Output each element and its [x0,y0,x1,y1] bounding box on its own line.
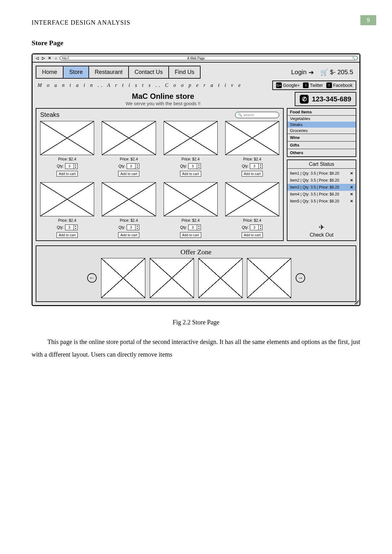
offer-prev-button[interactable]: ← [87,273,97,283]
add-to-cart-button[interactable]: Add to cart [57,232,78,238]
qty-stepper[interactable]: 3▲▼ [127,163,139,169]
offer-image-placeholder[interactable] [247,258,291,298]
product-image-placeholder[interactable] [102,121,156,155]
remove-item-button[interactable]: ✕ [350,178,353,183]
offer-image-placeholder[interactable] [150,258,194,298]
product-search-input[interactable]: 🔍 search [235,112,279,118]
add-to-cart-button[interactable]: Add to cart [118,171,139,177]
remove-item-button[interactable]: ✕ [350,199,353,203]
browser-chrome: A Web Page ◁ ▷ ✕ ⌂ http:// 🔍 [33,54,359,63]
checkout-icon[interactable]: ✈ [319,223,324,232]
social-googleplus[interactable]: G+Google+ [276,82,300,88]
resize-grip-icon[interactable] [354,300,359,304]
category-item-others[interactable]: Others [287,149,356,156]
qty-up-icon[interactable]: ▲ [259,225,262,227]
product-image-placeholder[interactable] [225,182,279,216]
back-icon[interactable]: ◁ [34,56,39,60]
product-image-placeholder[interactable] [164,121,218,155]
product-price: Price: $2.4 [181,218,199,223]
category-item-gifts[interactable]: Gifts [287,141,356,149]
product-card: Price: $2.4Qty:3▲▼Add to cart [102,182,156,238]
social-links: G+Google+tTwitterfFacebook [272,81,356,90]
qty-down-icon[interactable]: ▼ [197,227,201,230]
social-facebook[interactable]: fFacebook [326,82,353,88]
tab-home[interactable]: Home [36,66,63,78]
product-card: Price: $2.4Qty:3▲▼Add to cart [164,182,218,238]
category-item-steaks[interactable]: Steaks [287,122,356,128]
tab-find-us[interactable]: Find Us [169,66,200,78]
remove-item-button[interactable]: ✕ [350,171,353,176]
tab-restaurant[interactable]: Restaurant [89,66,129,78]
category-item-vegetables[interactable]: Vegetables [287,116,356,122]
store-page-mockup: A Web Page ◁ ▷ ✕ ⌂ http:// 🔍 HomeStoreRe… [32,53,360,306]
home-icon[interactable]: ⌂ [53,56,58,60]
qty-stepper[interactable]: 3▲▼ [188,163,201,169]
qty-down-icon[interactable]: ▼ [197,166,201,169]
qty-value: 3 [250,164,258,169]
offer-image-placeholder[interactable] [198,258,243,298]
add-to-cart-button[interactable]: Add to cart [180,232,201,238]
qty-stepper[interactable]: 3▲▼ [250,163,262,169]
store-subtitle: We serve you with the best goods !! [36,101,290,106]
product-image-placeholder[interactable] [40,182,94,216]
url-bar[interactable]: http:// 🔍 [60,56,358,60]
qty-down-icon[interactable]: ▼ [74,227,77,230]
social-badge-icon: t [303,82,309,88]
social-twitter[interactable]: tTwitter [303,82,323,88]
close-icon[interactable]: ✕ [47,56,52,60]
category-item-groceries[interactable]: Groceries [287,128,356,134]
checkout-button[interactable]: Check Out [310,232,334,238]
cart-row: Item5 | Qty: 3.5 | Price: $8.20✕ [287,198,356,205]
social-badge-icon: G+ [276,82,282,88]
page-number: 9 [360,15,376,25]
phone-number: 123-345-689 [312,95,351,103]
nav-tabs: HomeStoreRestaurantContact UsFind Us [36,66,201,79]
qty-up-icon[interactable]: ▲ [259,164,262,166]
category-item-wine[interactable]: Wine [287,134,356,141]
qty-label: Qty: [57,164,64,168]
category-sidebar: Food Items VegetablesSteaksGroceries Win… [287,108,356,157]
qty-stepper[interactable]: 3▲▼ [188,225,201,230]
add-to-cart-button[interactable]: Add to cart [180,171,201,177]
tab-contact-us[interactable]: Contact Us [129,66,169,78]
qty-up-icon[interactable]: ▲ [74,225,77,227]
offer-image-placeholder[interactable] [101,258,145,298]
qty-up-icon[interactable]: ▲ [197,225,201,227]
add-to-cart-button[interactable]: Add to cart [242,232,263,238]
forward-icon[interactable]: ▷ [41,56,46,60]
product-image-placeholder[interactable] [225,121,279,155]
add-to-cart-button[interactable]: Add to cart [118,232,139,238]
social-badge-icon: f [326,82,332,88]
product-image-placeholder[interactable] [164,182,218,216]
qty-up-icon[interactable]: ▲ [136,225,139,227]
qty-up-icon[interactable]: ▲ [136,164,139,166]
remove-item-button[interactable]: ✕ [350,185,353,190]
qty-down-icon[interactable]: ▼ [259,166,262,169]
qty-stepper[interactable]: 3▲▼ [65,225,78,230]
qty-down-icon[interactable]: ▼ [136,166,139,169]
qty-label: Qty: [180,225,187,230]
qty-stepper[interactable]: 3▲▼ [65,163,78,169]
qty-down-icon[interactable]: ▼ [259,227,262,230]
qty-stepper[interactable]: 3▲▼ [250,225,262,230]
qty-up-icon[interactable]: ▲ [74,164,77,166]
phone-icon: ✆ [300,95,309,104]
qty-up-icon[interactable]: ▲ [197,164,201,166]
cart-row-text: Item3 | Qty: 3.5 | Price: $8.20 [290,185,339,190]
product-image-placeholder[interactable] [102,182,156,216]
qty-down-icon[interactable]: ▼ [74,166,77,169]
add-to-cart-button[interactable]: Add to cart [57,171,78,177]
product-image-placeholder[interactable] [40,121,94,155]
cart-icon[interactable]: 🛒 [320,69,328,76]
section-title: Store Page [32,39,360,47]
qty-stepper[interactable]: 3▲▼ [127,225,139,230]
offer-next-button[interactable]: → [296,273,305,283]
remove-item-button[interactable]: ✕ [350,192,353,196]
qty-down-icon[interactable]: ▼ [136,227,139,230]
store-title: MaC Online store [36,92,290,101]
add-to-cart-button[interactable]: Add to cart [242,171,263,177]
cart-row: Item2 | Qty: 3.5 | Price: $8.20✕ [287,177,356,184]
tab-store[interactable]: Store [63,66,89,78]
login-link[interactable]: Login [291,69,307,76]
search-icon[interactable]: 🔍 [352,57,355,60]
